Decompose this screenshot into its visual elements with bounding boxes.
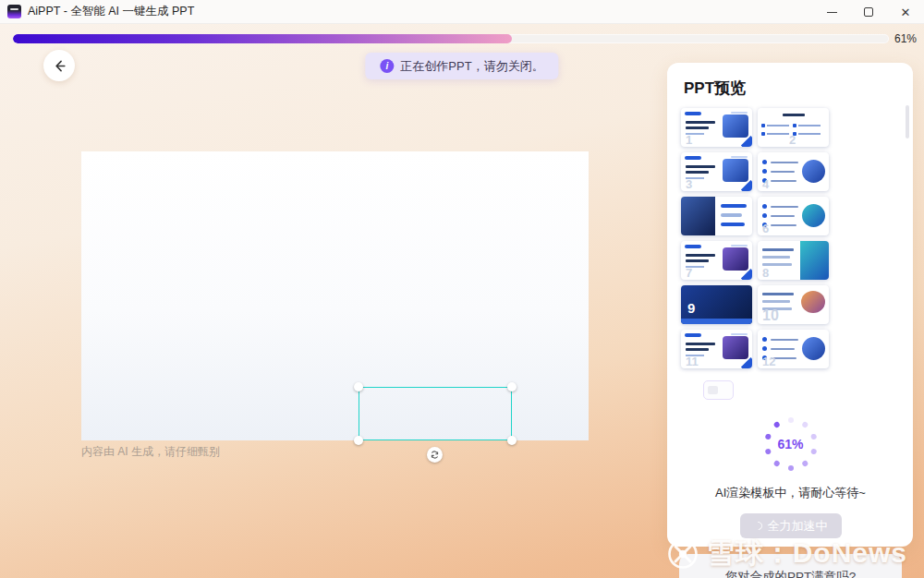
info-icon: i	[380, 59, 394, 73]
ai-content-notice: 内容由 AI 生成，请仔细甄别	[81, 444, 220, 460]
loading-arc-icon	[752, 520, 764, 532]
spinner-icon: 61%	[761, 415, 821, 474]
slide-thumbnail-10[interactable]: 10	[758, 285, 829, 324]
progress-fill	[13, 34, 512, 43]
resize-handle-bottom-right[interactable]	[507, 436, 517, 445]
render-status-text: AI渲染模板中，请耐心等待~	[715, 485, 866, 501]
xueqiu-logo-icon	[666, 537, 699, 571]
panel-scrollbar[interactable]	[906, 105, 909, 138]
generation-progress: 61%	[13, 32, 917, 45]
window-titlebar: AiPPT - 全智能 AI 一键生成 PPT ✕	[0, 0, 924, 24]
slide-thumbnail-6[interactable]: 6	[758, 197, 829, 235]
creating-toast: i 正在创作PPT，请勿关闭。	[365, 53, 558, 79]
resize-handle-top-left[interactable]	[354, 382, 363, 391]
rotate-icon	[430, 450, 440, 460]
back-arrow-icon	[52, 58, 67, 74]
slide-thumbnail-8[interactable]: 8	[758, 241, 829, 280]
slide-thumbnail-3[interactable]: 3	[681, 152, 752, 191]
image-placeholder-icon	[708, 386, 718, 394]
slide-thumbnail-11[interactable]: 11	[681, 330, 752, 368]
slide-thumbnail-9[interactable]: 9	[681, 285, 752, 324]
selection-box[interactable]	[359, 387, 512, 440]
slide-thumbnail-1[interactable]: 1	[681, 108, 752, 147]
thumbnail-loading-placeholder	[703, 380, 734, 400]
progress-track	[13, 34, 889, 43]
progress-percent-label: 61%	[889, 32, 917, 45]
render-loader: 61% AI渲染模板中，请耐心等待~ 全力加速中	[677, 415, 904, 538]
slide-thumbnail-7[interactable]: 7	[681, 241, 752, 280]
main-area: 61% i 正在创作PPT，请勿关闭。	[0, 24, 924, 578]
aippt-logo-icon	[7, 5, 21, 18]
slide-thumbnail-grid: 12346789101112	[677, 108, 904, 368]
close-icon: ✕	[901, 6, 911, 18]
slide-thumbnail-5[interactable]	[681, 197, 752, 235]
watermark-text: 雪球：DoNews	[707, 535, 907, 572]
window-title: AiPPT - 全智能 AI 一键生成 PPT	[28, 4, 194, 19]
app-window: AiPPT - 全智能 AI 一键生成 PPT ✕ 61% i 正在创作PPT，…	[0, 0, 924, 578]
panel-title: PPT预览	[684, 78, 904, 99]
rotate-handle[interactable]	[427, 447, 443, 463]
ppt-preview-panel: PPT预览 12346789101112 61% AI渲染模板中，请耐心等待~ …	[667, 63, 913, 547]
resize-handle-bottom-left[interactable]	[354, 436, 363, 445]
minimize-button[interactable]	[813, 0, 850, 24]
maximize-icon	[864, 7, 873, 17]
toast-message: 正在创作PPT，请勿关闭。	[400, 58, 543, 75]
window-controls: ✕	[813, 0, 924, 24]
maximize-button[interactable]	[850, 0, 887, 24]
minimize-icon	[827, 12, 837, 13]
accelerate-label: 全力加速中	[768, 518, 828, 535]
close-button[interactable]: ✕	[887, 0, 924, 24]
watermark: 雪球：DoNews	[666, 535, 907, 572]
slide-thumbnail-2[interactable]: 2	[758, 108, 829, 147]
resize-handle-top-right[interactable]	[507, 382, 517, 391]
back-button[interactable]	[43, 50, 75, 81]
slide-thumbnail-12[interactable]: 12	[758, 330, 829, 368]
slide-canvas[interactable]	[81, 151, 589, 440]
slide-thumbnail-4[interactable]: 4	[758, 152, 829, 191]
